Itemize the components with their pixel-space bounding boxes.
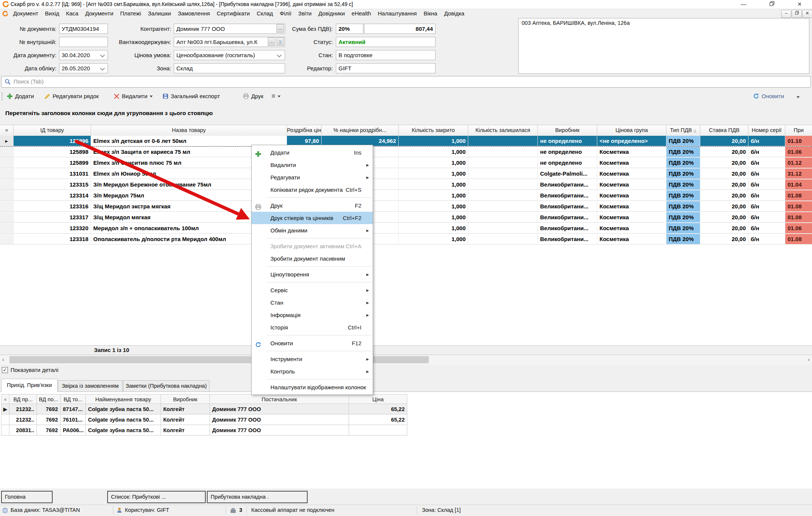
header-qty-left[interactable]: Кількість залишилася: [468, 125, 538, 135]
context-menu-item-information[interactable]: Інформація▶: [252, 309, 373, 321]
detail-header-vd-to[interactable]: ВД то...: [61, 394, 86, 404]
cell-id: 125896: [14, 136, 91, 146]
table-row[interactable]: 123320 Меридол з/п + ополаскиватель 100м…: [0, 223, 812, 234]
header-expiry[interactable]: При: [785, 125, 812, 135]
table-row[interactable]: 123316 З/щ Меридол экстра мягкая 1,000 В…: [0, 201, 812, 212]
mdi-restore-button[interactable]: [792, 10, 802, 18]
delete-button[interactable]: Видалити: [114, 91, 153, 102]
tab-zametky[interactable]: Заметки (Прибуткова накладна): [123, 380, 209, 392]
scroll-right-icon[interactable]: ›: [808, 356, 810, 363]
context-menu-item-add[interactable]: ДодатиIns: [252, 146, 373, 159]
detail-header-name[interactable]: Найменування товару: [86, 394, 161, 404]
cell-series: б/н: [748, 147, 785, 157]
context-menu-item-print[interactable]: ДрукF2: [252, 199, 373, 212]
header-markup[interactable]: % націнки роздрібн...: [322, 125, 399, 135]
search-bar[interactable]: Поиск (Tab): [1, 76, 811, 88]
menu-ehealth[interactable]: eHealth: [348, 9, 375, 18]
header-qty-closed[interactable]: Кількість закрито: [399, 125, 468, 135]
header-manufacturer[interactable]: Виробник: [538, 125, 597, 135]
header-series[interactable]: Номер серії: [748, 125, 785, 135]
context-menu-item-pricing[interactable]: Ціноутворення▶: [252, 268, 373, 281]
header-vat-rate[interactable]: Ставка ПДВ: [700, 125, 748, 135]
context-menu-item-configure-columns[interactable]: Налаштувати відображення колонок: [252, 381, 373, 393]
detail-header-vd-po[interactable]: ВД по...: [37, 394, 61, 404]
delete-dropdown-icon[interactable]: [150, 96, 153, 97]
detail-row-selected[interactable]: ▶ 21232.. 7692 87147... Colgate зубна па…: [1, 404, 407, 414]
context-menu-item-tools[interactable]: Інструменти▶: [252, 353, 373, 365]
column-list-dropdown-icon[interactable]: [278, 96, 281, 97]
header-name[interactable]: Назва товару: [91, 125, 287, 135]
mdi-minimize-button[interactable]: –: [781, 10, 791, 18]
menu-sklad[interactable]: Склад: [253, 9, 276, 18]
context-menu-item-data-exchange[interactable]: Обмін даними▶: [252, 224, 373, 237]
header-id[interactable]: ІД товару: [14, 125, 91, 135]
context-menu-item-delete[interactable]: Видалити▶: [252, 159, 373, 171]
detail-header-manufacturer[interactable]: Виробник: [161, 394, 210, 404]
detail-row[interactable]: 21232.. 7692 76101... Colgate зубна паст…: [1, 414, 407, 425]
window-tab-holovna[interactable]: Головна: [1, 491, 53, 503]
context-menu-item-state[interactable]: Стан▶: [252, 296, 373, 309]
menu-dokument[interactable]: Документ: [10, 9, 42, 18]
context-menu-item-make-passive[interactable]: Зробити документ пасивним: [252, 252, 373, 265]
menu-dokumenty[interactable]: Документи: [82, 9, 117, 18]
header-retail-price[interactable]: Роздрібна ціна: [287, 125, 322, 135]
restore-button[interactable]: [766, 1, 777, 8]
close-button[interactable]: ×: [794, 1, 805, 8]
minimize-button[interactable]: —: [738, 1, 749, 8]
context-menu-item-print-stickers[interactable]: Друк стікерів та цінниківCtrl+F2: [252, 212, 373, 224]
table-row-selected[interactable]: ▸ 125896 Elmex з/п детская от 0-6 лет 50…: [0, 136, 812, 147]
sort-asc-icon: △: [694, 129, 697, 133]
table-row[interactable]: 123318 Ополаскиватель д/полости рта Мери…: [0, 234, 812, 245]
table-row[interactable]: 131031 Elmex з/п Юниор 50мл 1,000 Colgat…: [0, 168, 812, 179]
menu-platezhi[interactable]: Платежі: [117, 9, 144, 18]
cell-vat-rate: 20,00: [700, 147, 748, 157]
detail-header-supplier[interactable]: Постачальник: [210, 394, 349, 404]
show-details-checkbox[interactable]: ✓: [2, 367, 8, 373]
add-button[interactable]: Додати: [7, 91, 34, 102]
menu-dovidka[interactable]: Довідка: [441, 9, 468, 18]
context-menu-item-service[interactable]: Сервіс▶: [252, 284, 373, 296]
table-row[interactable]: 125899 Elmex з/п Сенситив плюс 75 мл 1,0…: [0, 158, 812, 168]
detail-header-vd-pr[interactable]: ВД пр...: [9, 394, 37, 404]
tab-pryhid-pryviazky[interactable]: Прихід. Прив'язки: [1, 379, 58, 392]
detail-header-price[interactable]: Ціна: [349, 394, 407, 404]
column-list-button[interactable]: ≡: [272, 91, 281, 102]
menu-zvity[interactable]: Звіти: [295, 9, 315, 18]
table-row[interactable]: 123317 З/щ Меридол мягкая 1,000 Великобр…: [0, 212, 812, 223]
menu-nalashtuvannia[interactable]: Налаштування: [375, 9, 420, 18]
menu-filii[interactable]: Філії: [276, 9, 295, 18]
cell-series: б/н: [748, 179, 785, 190]
header-vat-type[interactable]: Тип ПДВ△: [666, 125, 700, 135]
header-price-group[interactable]: Цінова група: [597, 125, 666, 135]
window-tab-spysok[interactable]: Список: Прибуткові ...: [107, 491, 206, 503]
toolbar-drag-grip[interactable]: [2, 93, 4, 100]
menu-zalyshky[interactable]: Залишки: [144, 9, 175, 18]
scroll-left-icon[interactable]: ‹: [2, 356, 4, 363]
tab-zvirka[interactable]: Звірка із замовленням: [58, 380, 123, 392]
menu-vyhid[interactable]: Вихід: [42, 9, 63, 18]
context-menu-item-copy-row[interactable]: Копіювати рядок документаCtrl+S: [252, 184, 373, 196]
menu-sertyfikaty[interactable]: Сертифікати: [213, 9, 253, 18]
mdi-close-button[interactable]: ✕: [802, 10, 812, 18]
menu-zamovlennia[interactable]: Замовлення: [175, 9, 213, 18]
account-date-label: Дата обліку:: [0, 63, 56, 73]
context-menu-item-refresh[interactable]: ОновитиF12: [252, 337, 373, 349]
refresh-dropdown-icon[interactable]: [797, 96, 800, 98]
table-row[interactable]: 125898 Elmex з/п Защита от кариеса 75 мл…: [0, 147, 812, 158]
menu-dovidnyky[interactable]: Довідники: [315, 9, 348, 18]
table-row[interactable]: 123314 З/п Меридол 75мл 1,000 Великобрит…: [0, 190, 812, 201]
context-menu-item-history[interactable]: ІсторіяCtrl+I: [252, 321, 373, 334]
edit-row-button[interactable]: Редагувати рядок: [44, 91, 99, 102]
menu-vikna[interactable]: Вікна: [420, 9, 441, 18]
menu-kasa[interactable]: Каса: [63, 9, 82, 18]
refresh-button[interactable]: Оновити: [753, 91, 784, 102]
horizontal-scrollbar[interactable]: ‹ ›: [0, 355, 812, 365]
header-row-selector[interactable]: ≡: [0, 125, 14, 135]
window-tab-nakladna[interactable]: Прибуткова накладна .: [207, 491, 308, 503]
context-menu-item-control[interactable]: Контроль▶: [252, 365, 373, 378]
detail-row[interactable]: 20831.. 7692 PA006... Colgate зубна паст…: [1, 425, 407, 436]
table-row[interactable]: 123315 З/п Меридол Бережное отбеливание …: [0, 179, 812, 190]
print-button[interactable]: Друк: [243, 91, 263, 102]
context-menu-item-edit[interactable]: Редагувати▶: [252, 171, 373, 184]
export-button[interactable]: Загальний експорт: [162, 91, 220, 102]
